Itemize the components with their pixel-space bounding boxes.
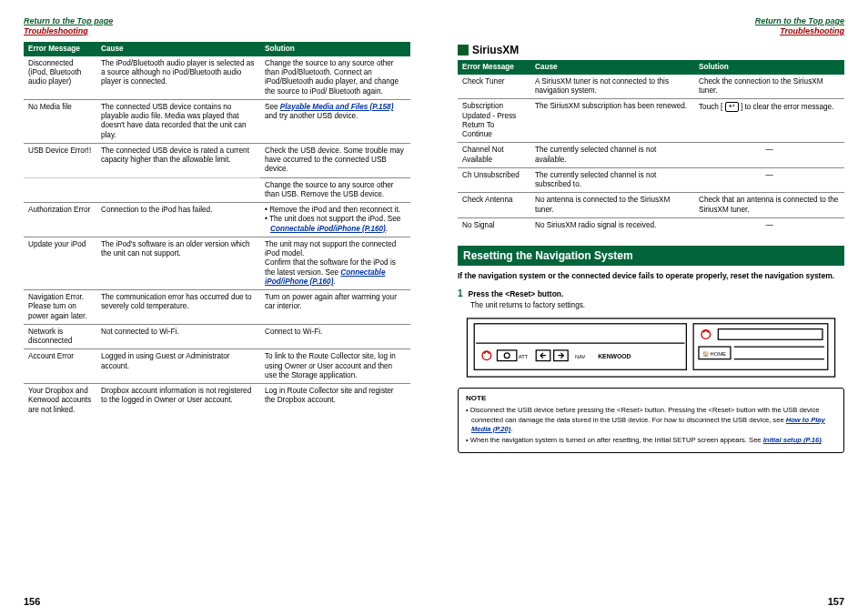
table-row: Ch UnsubscribedThe currently selected ch… (458, 167, 844, 193)
cell-cause: The iPod's software is an older version … (96, 237, 260, 289)
note-title: NOTE (466, 394, 836, 404)
svg-text:KENWOOD: KENWOOD (598, 352, 631, 358)
cell-cause: The iPod/Bluetooth audio player is selec… (96, 56, 260, 100)
cell-solution: Touch [ ↩ ] to clear the error message. (694, 99, 844, 143)
table-row: No Media fileThe connected USB device co… (24, 99, 410, 143)
cell-error: Navigation Error. Please turn on power a… (24, 290, 96, 325)
header-right: Return to the Top page Troubleshooting (458, 16, 844, 36)
cell-error: Account Error (24, 349, 96, 384)
table-row: Your Dropbox and Kenwood accounts are no… (24, 384, 410, 418)
cell-cause: The communication error has occurred due… (96, 290, 260, 325)
link-initial-setup[interactable]: Initial setup (P.16) (763, 436, 822, 444)
cell-cause: Not connected to Wi-Fi. (96, 324, 260, 349)
table-row: Network is disconnectedNot connected to … (24, 324, 410, 349)
table-row: Update your iPodThe iPod's software is a… (24, 237, 410, 289)
svg-point-12 (701, 329, 711, 338)
cell-solution: The unit may not support the connected i… (260, 237, 410, 289)
unit-diagram: ATT NAV KENWOOD 🏠 HOME (458, 317, 844, 379)
return-link[interactable]: Return to the Top page (24, 16, 113, 25)
troubleshoot-table-sirius: Error Message Cause Solution Check Tuner… (458, 60, 844, 234)
table-row: Subscription Updated - Press Return To C… (458, 99, 844, 143)
svg-point-4 (482, 350, 491, 359)
svg-text:ATT: ATT (519, 353, 529, 358)
cell-cause: The currently selected channel is not av… (530, 143, 694, 168)
page-right: Return to the Top page Troubleshooting S… (434, 0, 868, 616)
cell-solution: Log in Route Collector site and register… (260, 384, 410, 418)
svg-rect-5 (497, 349, 516, 360)
cell-error: No Signal (458, 217, 530, 233)
col-error: Error Message (458, 60, 530, 75)
cell-cause: No SiriusXM radio signal is received. (530, 217, 694, 233)
cell-solution: Check the USB device. Some trouble may h… (260, 143, 410, 177)
cross-ref-link[interactable]: Playable Media and Files (P.158) (280, 103, 394, 111)
table-row: No SignalNo SiriusXM radio signal is rec… (458, 217, 844, 233)
page-number: 157 (828, 596, 844, 607)
cell-solution: See Playable Media and Files (P.158) and… (260, 99, 410, 143)
cell-error: Check Antenna (458, 193, 530, 218)
cell-cause: Connection to the iPod has failed. (96, 203, 260, 237)
cell-error: No Media file (24, 99, 96, 143)
cell-solution: Change the source to any source other th… (260, 177, 410, 203)
note-item-1: Disconnect the USB device before pressin… (466, 406, 836, 434)
square-icon (458, 45, 469, 56)
col-cause: Cause (530, 60, 694, 75)
col-cause: Cause (96, 42, 260, 56)
step-body: The unit returns to factory settings. (470, 301, 844, 309)
table-row: Channel Not AvailableThe currently selec… (458, 143, 844, 168)
cell-solution: Connect to Wi-Fi. (260, 324, 410, 349)
cell-solution: Check that an antenna is connected to th… (694, 193, 844, 218)
return-icon: ↩ (725, 102, 739, 112)
reset-intro: If the navigation system or the connecte… (458, 271, 844, 281)
svg-rect-13 (718, 328, 823, 339)
cell-cause: Dropbox account information is not regis… (96, 384, 260, 418)
cross-ref-link[interactable]: Connectable iPod/iPhone (P.160) (270, 225, 386, 233)
reset-heading-bar: Resetting the Navigation System (458, 246, 844, 266)
table-row: Check AntennaNo antenna is connected to … (458, 193, 844, 218)
cell-cause: Logged in using Guest or Administrator a… (96, 349, 260, 384)
col-solution: Solution (260, 42, 410, 56)
section-link[interactable]: Troubleshooting (780, 26, 844, 35)
siriusxm-title: SiriusXM (472, 44, 519, 56)
note-box: NOTE Disconnect the USB device before pr… (458, 388, 844, 454)
cell-error: Disconnected (iPod, Bluetooth audio play… (24, 56, 96, 100)
table-row: Account ErrorLogged in using Guest or Ad… (24, 349, 410, 384)
section-link[interactable]: Troubleshooting (24, 26, 88, 35)
cell-solution: Check the connection to the SiriusXM tun… (694, 75, 844, 99)
cell-solution: — (694, 167, 844, 193)
note-item-2: When the navigation system is turned on … (466, 436, 836, 445)
cell-solution: Turn on power again after warming your c… (260, 290, 410, 325)
cell-error: Ch Unsubscribed (458, 167, 530, 193)
step-title: Press the <Reset> button. (469, 289, 564, 298)
troubleshoot-table-left: Error Message Cause Solution Disconnecte… (24, 42, 410, 418)
svg-text:NAV: NAV (575, 353, 586, 358)
cell-cause: No antenna is connected to the SiriusXM … (530, 193, 694, 218)
table-row: Navigation Error. Please turn on power a… (24, 290, 410, 325)
two-page-spread: Return to the Top page Troubleshooting E… (0, 0, 868, 616)
table-row: USB Device Error!!The connected USB devi… (24, 143, 410, 177)
svg-rect-0 (467, 318, 834, 377)
cell-solution: — (694, 217, 844, 233)
cell-error: Channel Not Available (458, 143, 530, 168)
cell-solution: Change the source to any source other th… (260, 56, 410, 100)
cell-error: USB Device Error!! (24, 143, 96, 177)
header-left: Return to the Top page Troubleshooting (24, 16, 410, 36)
table-row: Change the source to any source other th… (24, 177, 410, 203)
cell-error: Network is disconnected (24, 324, 96, 349)
cell-error: Update your iPod (24, 237, 96, 289)
svg-rect-1 (474, 323, 686, 369)
cell-cause (96, 177, 260, 203)
cell-error: Check Tuner (458, 75, 530, 99)
cross-ref-link[interactable]: Connectable iPod/iPhone (P.160) (265, 268, 385, 286)
cell-error (24, 177, 96, 203)
siriusxm-heading: SiriusXM (458, 44, 844, 56)
step-number: 1 (458, 289, 463, 298)
col-solution: Solution (694, 60, 844, 75)
return-link[interactable]: Return to the Top page (755, 16, 844, 25)
cell-solution: Remove the iPod and then reconnect it.Th… (260, 203, 410, 237)
cell-error: Your Dropbox and Kenwood accounts are no… (24, 384, 96, 418)
cell-cause: The connected USB device contains no pla… (96, 99, 260, 143)
reset-step-1: 1 Press the <Reset> button. (458, 289, 844, 298)
cell-solution: To link to the Route Collector site, log… (260, 349, 410, 384)
cell-cause: A SiriusXM tuner is not connected to thi… (530, 75, 694, 99)
table-row: Check TunerA SiriusXM tuner is not conne… (458, 75, 844, 99)
